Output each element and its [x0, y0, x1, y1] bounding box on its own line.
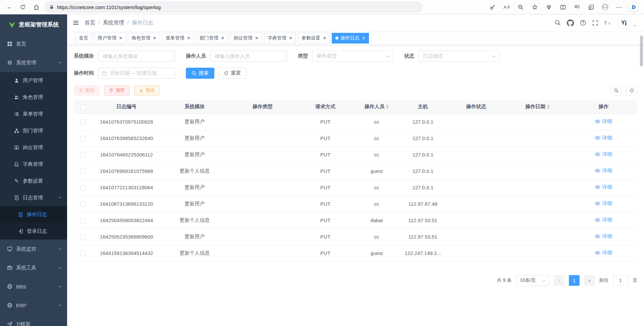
search-button[interactable]: 搜索 [186, 68, 214, 79]
page-size-select[interactable]: 10条/页 [516, 275, 549, 286]
collections-icon[interactable] [586, 2, 596, 12]
clear-button[interactable]: 清空 [104, 85, 129, 95]
tab-menu-mgmt[interactable]: 菜单管理× [162, 33, 194, 44]
github-icon[interactable] [567, 19, 574, 26]
toggle-search-button[interactable] [610, 85, 622, 96]
sidebar-item-home[interactable]: 首页 [0, 35, 67, 53]
type-select[interactable]: 操作类型 [312, 51, 393, 62]
sidebar-item-dept-mgmt[interactable]: 部门管理 [0, 122, 67, 139]
close-icon[interactable]: × [362, 36, 365, 41]
fullscreen-icon[interactable] [592, 20, 598, 26]
font-size-icon[interactable]: TT [604, 20, 612, 26]
zoom-out-icon[interactable] [516, 2, 525, 12]
browser-home-button[interactable] [31, 2, 42, 12]
detail-link[interactable]: 详细 [595, 151, 612, 157]
sidebar-item-bbs[interactable]: BBS [0, 277, 67, 296]
address-bar[interactable]: https://ccnetcore.com:1101/system/log/op… [44, 2, 423, 12]
tab-dept-mgmt[interactable]: 部门管理× [196, 33, 228, 44]
close-icon[interactable]: × [255, 36, 258, 41]
read-aloud-icon[interactable]: A [502, 2, 511, 12]
browser-essentials-icon[interactable] [544, 2, 553, 12]
row-checkbox[interactable] [80, 201, 86, 207]
detail-link[interactable]: 详细 [595, 118, 612, 125]
sidebar-item-login-log[interactable]: 登录日志 [0, 223, 67, 240]
detail-link[interactable]: 详细 [595, 250, 612, 256]
goto-page-input[interactable] [613, 275, 628, 286]
browser-refresh-button[interactable] [17, 2, 28, 12]
sort-control[interactable] [386, 103, 389, 111]
detail-link[interactable]: 详细 [595, 135, 612, 141]
select-all-checkbox[interactable] [80, 104, 86, 110]
prev-page-button[interactable]: ‹ [554, 275, 565, 286]
password-key-icon[interactable] [488, 2, 497, 12]
tab-dict-mgmt[interactable]: 字典管理× [264, 33, 296, 44]
export-button[interactable]: 导出 [134, 85, 160, 95]
row-checkbox[interactable] [80, 169, 86, 174]
close-icon[interactable]: × [153, 36, 156, 41]
operator-input[interactable] [210, 51, 287, 62]
profile-avatar[interactable] [600, 2, 610, 12]
refresh-table-button[interactable] [626, 85, 637, 96]
scrollbar-thumb[interactable] [640, 36, 643, 66]
favorites-icon[interactable] [572, 2, 582, 12]
tab-post-mgmt[interactable]: 岗位管理× [230, 33, 262, 44]
sidebar-item-role-mgmt[interactable]: 角色管理 [0, 89, 67, 106]
sidebar-item-oper-log[interactable]: 操作日志 [0, 206, 67, 223]
row-checkbox[interactable] [80, 136, 86, 141]
delete-button[interactable]: 删除 [74, 85, 99, 95]
bing-copilot-icon[interactable]: b [629, 2, 639, 12]
avatar-caret-down-icon[interactable] [633, 24, 637, 29]
sidebar-item-system-monitor[interactable]: 系统监控 [0, 240, 67, 258]
column-header-date[interactable]: 操作日期 [505, 100, 570, 114]
detail-link[interactable]: 详细 [595, 233, 612, 240]
module-input[interactable] [98, 51, 175, 62]
user-avatar[interactable]: Yj [618, 17, 630, 29]
header-search-icon[interactable] [554, 19, 561, 26]
sidebar-item-erp[interactable]: ERP [0, 296, 67, 315]
tab-user-mgmt[interactable]: 用户管理× [94, 33, 126, 44]
add-favorite-icon[interactable] [530, 2, 539, 12]
detail-link[interactable]: 详细 [595, 200, 612, 207]
reset-button[interactable]: 重置 [218, 68, 247, 79]
tab-param-settings[interactable]: 参数设置× [298, 33, 330, 44]
breadcrumb-home[interactable]: 首页 [85, 19, 95, 26]
sidebar-item-user-mgmt[interactable]: 用户管理 [0, 72, 67, 89]
close-icon[interactable]: × [119, 36, 122, 41]
sidebar-item-dict-mgmt[interactable]: 字典管理 [0, 156, 67, 173]
more-menu-icon[interactable]: ⋯ [614, 2, 624, 12]
date-range-picker[interactable]: 开始日期 - 结束日期 [98, 68, 175, 79]
row-checkbox[interactable] [80, 218, 86, 223]
sidebar-item-post-mgmt[interactable]: 岗位管理 [0, 139, 67, 156]
sort-control[interactable] [547, 103, 550, 111]
detail-link[interactable]: 详细 [595, 184, 612, 190]
sidebar-item-system-mgmt[interactable]: ⚙ 系统管理 [0, 53, 67, 72]
column-header-operator[interactable]: 操作人员 [355, 100, 399, 114]
page-number-current[interactable]: 1 [569, 275, 580, 286]
help-icon[interactable] [580, 19, 586, 26]
close-icon[interactable]: × [289, 36, 292, 41]
split-screen-icon[interactable] [558, 2, 568, 12]
next-page-button[interactable]: › [584, 275, 595, 286]
close-icon[interactable]: × [323, 36, 326, 41]
status-select[interactable]: 日志状态 [418, 51, 500, 62]
row-checkbox[interactable] [80, 119, 86, 125]
sidebar-item-system-tools[interactable]: 系统工具 [0, 258, 67, 277]
detail-link[interactable]: 详细 [595, 168, 612, 174]
sidebar-item-yi-framework[interactable]: Yi框架 [0, 315, 67, 326]
sidebar-item-param-settings[interactable]: ✎ 参数设置 [0, 173, 67, 189]
breadcrumb-system-mgmt[interactable]: 系统管理 [103, 19, 124, 26]
sidebar-item-menu-mgmt[interactable]: 菜单管理 [0, 106, 67, 122]
row-checkbox[interactable] [80, 251, 86, 256]
sidebar-toggle-icon[interactable] [72, 19, 79, 26]
close-icon[interactable]: × [187, 36, 190, 41]
close-icon[interactable]: × [221, 36, 224, 41]
row-checkbox[interactable] [80, 152, 86, 158]
row-checkbox[interactable] [80, 185, 86, 191]
tab-oper-log[interactable]: 操作日志× [332, 33, 369, 44]
browser-back-button[interactable]: ← [4, 2, 15, 12]
tab-home[interactable]: 首页 [75, 33, 92, 44]
sidebar-item-log-mgmt[interactable]: 日志管理 [0, 189, 67, 206]
tab-role-mgmt[interactable]: 角色管理× [128, 33, 160, 44]
row-checkbox[interactable] [80, 234, 86, 240]
detail-link[interactable]: 详细 [595, 217, 612, 223]
